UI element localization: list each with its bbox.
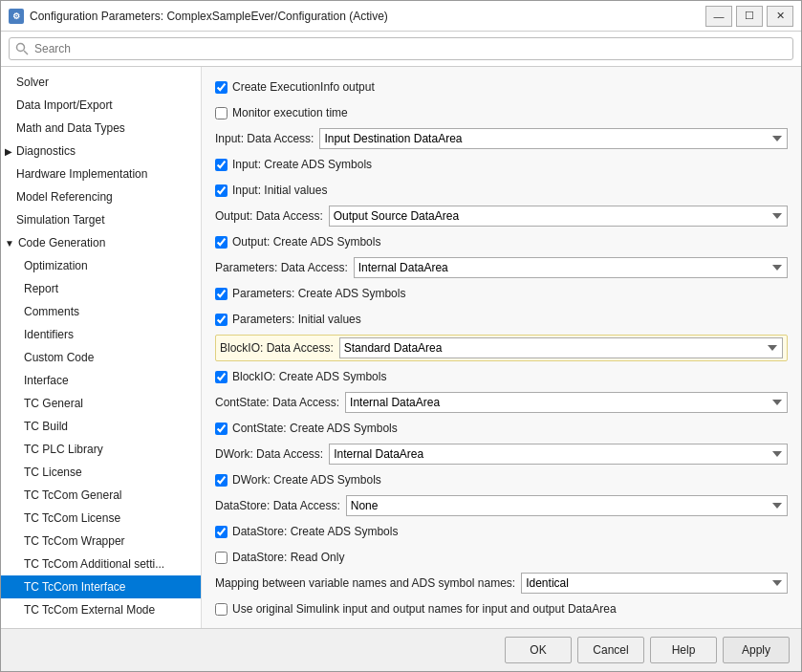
params-create-ads-label[interactable]: Parameters: Create ADS Symbols xyxy=(215,287,405,300)
params-initial-values-label[interactable]: Parameters: Initial values xyxy=(215,313,361,326)
sidebar-item-interface[interactable]: Interface xyxy=(1,369,201,392)
mapping-names-row: Mapping between variable names and ADS s… xyxy=(215,573,788,594)
sidebar-item-tc-tccom-interface[interactable]: TC TcCom Interface xyxy=(1,575,201,598)
sidebar-item-diagnostics[interactable]: ▶Diagnostics xyxy=(1,140,201,163)
params-data-access-dropdown[interactable]: Internal DataArea External DataArea None xyxy=(354,257,788,278)
input-initial-values-checkbox[interactable] xyxy=(215,184,228,197)
sidebar-item-tc-tccom-license[interactable]: TC TcCom License xyxy=(1,507,201,530)
close-button[interactable]: ✕ xyxy=(767,6,793,27)
datastore-data-access-dropdown[interactable]: None Internal DataArea External DataArea xyxy=(346,495,788,516)
params-create-ads-row: Parameters: Create ADS Symbols xyxy=(215,283,788,304)
sidebar-item-tc-tccom-general[interactable]: TC TcCom General xyxy=(1,484,201,507)
sidebar-item-custom-code[interactable]: Custom Code xyxy=(1,346,201,369)
ok-button[interactable]: OK xyxy=(505,637,572,663)
search-input[interactable] xyxy=(9,37,793,60)
output-create-ads-label[interactable]: Output: Create ADS Symbols xyxy=(215,235,380,249)
create-exec-info-label[interactable]: Create ExecutionInfo output xyxy=(215,80,375,94)
mapping-names-dropdown[interactable]: Identical Short Full xyxy=(521,573,788,594)
datastore-data-access-wrapper: None Internal DataArea External DataArea xyxy=(346,495,788,516)
cancel-button[interactable]: Cancel xyxy=(577,637,644,663)
blockio-data-access-label: BlockIO: Data Access: xyxy=(220,341,334,355)
blockio-create-ads-label[interactable]: BlockIO: Create ADS Symbols xyxy=(215,370,386,383)
dwork-data-access-dropdown[interactable]: Internal DataArea External DataArea None xyxy=(329,444,788,465)
sidebar-item-code-generation[interactable]: ▼Code Generation xyxy=(1,231,201,254)
contstate-data-access-wrapper: Internal DataArea External DataArea None xyxy=(345,392,788,413)
sidebar-item-hardware-impl[interactable]: Hardware Implementation xyxy=(1,163,201,185)
mapping-names-wrapper: Identical Short Full xyxy=(521,573,788,594)
monitor-exec-time-row: Monitor execution time xyxy=(215,102,788,123)
sidebar-item-optimization[interactable]: Optimization xyxy=(1,254,201,277)
output-data-access-wrapper: Output Source DataArea Output Destinatio… xyxy=(329,206,788,227)
input-create-ads-label[interactable]: Input: Create ADS Symbols xyxy=(215,158,372,171)
sidebar-item-simulation-target[interactable]: Simulation Target xyxy=(1,208,201,231)
output-data-access-dropdown[interactable]: Output Source DataArea Output Destinatio… xyxy=(329,206,788,227)
sidebar-item-identifiers[interactable]: Identifiers xyxy=(1,323,201,346)
monitor-exec-time-label[interactable]: Monitor execution time xyxy=(215,106,348,119)
datastore-create-ads-row: DataStore: Create ADS Symbols xyxy=(215,521,788,542)
params-initial-values-checkbox[interactable] xyxy=(215,314,228,326)
footer: OK Cancel Help Apply xyxy=(1,628,801,671)
mapping-names-label: Mapping between variable names and ADS s… xyxy=(215,576,515,590)
datastore-data-access-label: DataStore: Data Access: xyxy=(215,499,340,512)
input-data-access-dropdown[interactable]: Input Destination DataArea Input Source … xyxy=(319,128,788,149)
datastore-create-ads-checkbox[interactable] xyxy=(215,526,228,538)
dwork-data-access-wrapper: Internal DataArea External DataArea None xyxy=(329,444,788,465)
sidebar-item-comments[interactable]: Comments xyxy=(1,300,201,323)
blockio-data-access-wrapper: Standard DataArea Internal DataArea None xyxy=(339,337,783,358)
help-button[interactable]: Help xyxy=(650,637,717,663)
sidebar-item-tc-build[interactable]: TC Build xyxy=(1,415,201,438)
sidebar-item-math-data-types[interactable]: Math and Data Types xyxy=(1,117,201,140)
input-data-access-row: Input: Data Access: Input Destination Da… xyxy=(215,128,788,149)
sidebar-item-tc-license[interactable]: TC License xyxy=(1,461,201,484)
datastore-read-only-label[interactable]: DataStore: Read Only xyxy=(215,551,344,564)
input-data-access-wrapper: Input Destination DataArea Input Source … xyxy=(319,128,788,149)
blockio-data-access-dropdown[interactable]: Standard DataArea Internal DataArea None xyxy=(339,337,783,358)
dwork-create-ads-checkbox[interactable] xyxy=(215,474,228,487)
contstate-create-ads-label[interactable]: ContState: Create ADS Symbols xyxy=(215,422,398,435)
apply-button[interactable]: Apply xyxy=(723,637,790,663)
sidebar-item-tc-general[interactable]: TC General xyxy=(1,392,201,415)
create-exec-info-checkbox[interactable] xyxy=(215,81,228,94)
input-create-ads-checkbox[interactable] xyxy=(215,159,228,171)
sidebar: Solver Data Import/Export Math and Data … xyxy=(1,67,202,628)
sidebar-item-tc-tccom-wrapper[interactable]: TC TcCom Wrapper xyxy=(1,530,201,553)
sidebar-item-tc-plcfb-general[interactable]: TC PlcFb General xyxy=(1,621,201,628)
input-data-access-label: Input: Data Access: xyxy=(215,132,314,145)
datastore-read-only-checkbox[interactable] xyxy=(215,552,228,564)
sidebar-item-data-import-export[interactable]: Data Import/Export xyxy=(1,94,201,117)
use-original-names-checkbox[interactable] xyxy=(215,603,228,616)
titlebar: ⚙ Configuration Parameters: ComplexSampl… xyxy=(1,1,801,32)
app-icon: ⚙ xyxy=(9,9,24,24)
blockio-create-ads-checkbox[interactable] xyxy=(215,371,228,383)
dwork-create-ads-label[interactable]: DWork: Create ADS Symbols xyxy=(215,473,381,487)
minimize-button[interactable]: — xyxy=(705,6,732,27)
create-exec-info-row: Create ExecutionInfo output xyxy=(215,76,788,98)
input-initial-values-label[interactable]: Input: Initial values xyxy=(215,184,327,197)
window-controls: — ☐ ✕ xyxy=(705,6,793,27)
arrow-icon-code-gen: ▼ xyxy=(5,238,14,249)
params-data-access-label: Parameters: Data Access: xyxy=(215,261,348,274)
output-create-ads-row: Output: Create ADS Symbols xyxy=(215,231,788,252)
use-original-names-label[interactable]: Use original Simulink input and output n… xyxy=(215,602,617,616)
sidebar-item-tc-tccom-external-mode[interactable]: TC TcCom External Mode xyxy=(1,598,201,621)
contstate-data-access-dropdown[interactable]: Internal DataArea External DataArea None xyxy=(345,392,788,413)
use-original-names-row: Use original Simulink input and output n… xyxy=(215,598,788,619)
dwork-data-access-label: DWork: Data Access: xyxy=(215,447,323,461)
settings-panel: Create ExecutionInfo output Monitor exec… xyxy=(202,67,801,628)
datastore-create-ads-label[interactable]: DataStore: Create ADS Symbols xyxy=(215,525,398,538)
main-content: Solver Data Import/Export Math and Data … xyxy=(1,67,801,628)
contstate-data-access-row: ContState: Data Access: Internal DataAre… xyxy=(215,392,788,413)
params-create-ads-checkbox[interactable] xyxy=(215,288,228,300)
sidebar-item-report[interactable]: Report xyxy=(1,277,201,300)
sidebar-item-solver[interactable]: Solver xyxy=(1,71,201,94)
datastore-data-access-row: DataStore: Data Access: None Internal Da… xyxy=(215,495,788,516)
contstate-create-ads-checkbox[interactable] xyxy=(215,423,228,435)
output-create-ads-checkbox[interactable] xyxy=(215,236,228,249)
output-data-access-label: Output: Data Access: xyxy=(215,209,323,223)
sidebar-item-tc-tccom-additional[interactable]: TC TcCom Additional setti... xyxy=(1,553,201,575)
sidebar-item-tc-plc-library[interactable]: TC PLC Library xyxy=(1,438,201,461)
maximize-button[interactable]: ☐ xyxy=(736,6,763,27)
sidebar-item-model-referencing[interactable]: Model Referencing xyxy=(1,185,201,208)
monitor-exec-time-checkbox[interactable] xyxy=(215,107,228,119)
input-initial-values-row: Input: Initial values xyxy=(215,180,788,201)
